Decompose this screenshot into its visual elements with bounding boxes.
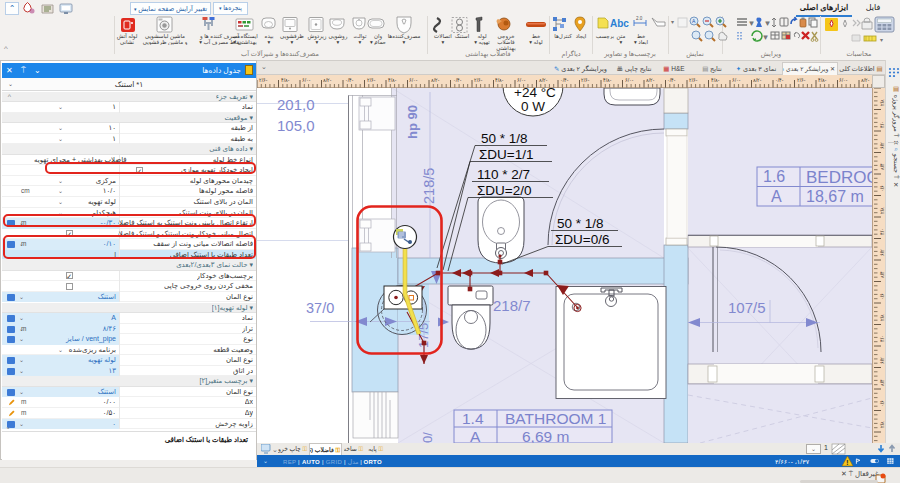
- svg-text:۴/۸-: ۴/۸-: [281, 77, 290, 83]
- svg-text:۰/۴-: ۰/۴-: [345, 77, 354, 83]
- svg-text:6,69 m: 6,69 m: [522, 428, 569, 443]
- svg-text:۲/۶-: ۲/۶-: [474, 77, 483, 83]
- svg-text:ΣDU=1/1: ΣDU=1/1: [479, 147, 534, 162]
- svg-text:۴/۸-: ۴/۸-: [495, 77, 504, 83]
- svg-text:۶/۰-: ۶/۰-: [625, 77, 634, 83]
- svg-text:105,0: 105,0: [277, 117, 315, 134]
- svg-text:۲/۶-: ۲/۶-: [259, 77, 268, 83]
- svg-text:0 W: 0 W: [521, 99, 545, 114]
- svg-text:1.6: 1.6: [763, 168, 785, 185]
- svg-text:110 * 2/7: 110 * 2/7: [477, 167, 530, 182]
- svg-text:▾: ▾: [880, 37, 883, 43]
- svg-text:۰/۴-: ۰/۴-: [775, 77, 784, 83]
- svg-text:1.4: 1.4: [462, 410, 484, 427]
- svg-text:۴/۸-: ۴/۸-: [711, 77, 720, 83]
- svg-text:BEDROO: BEDROO: [806, 168, 872, 187]
- svg-text:۸/۲-: ۸/۲-: [861, 77, 870, 83]
- svg-text:۲/۶-: ۲/۶-: [367, 77, 376, 83]
- svg-text:۶/۰-: ۶/۰-: [732, 77, 741, 83]
- svg-text:▾: ▾: [764, 34, 767, 40]
- svg-text:۸/۲-: ۸/۲-: [431, 77, 440, 83]
- svg-text:▾: ▾: [750, 20, 753, 26]
- svg-text:0/: 0/: [420, 432, 435, 443]
- svg-text:▾: ▾: [671, 19, 674, 25]
- svg-text:Abc: Abc: [610, 18, 629, 29]
- svg-text:۲/۶-: ۲/۶-: [581, 77, 590, 83]
- svg-text:۸/۲-: ۸/۲-: [753, 77, 762, 83]
- svg-text:۸/۲-: ۸/۲-: [539, 77, 548, 83]
- svg-text:A: A: [771, 188, 782, 205]
- svg-text:hp 90: hp 90: [405, 105, 420, 139]
- svg-text:▾: ▾: [766, 20, 769, 26]
- svg-text:ΣDU=2/0: ΣDU=2/0: [477, 183, 532, 198]
- svg-text:37/0: 37/0: [306, 300, 334, 316]
- svg-text:۰/۴-: ۰/۴-: [560, 77, 569, 83]
- svg-text:BATHROOM 1: BATHROOM 1: [505, 410, 606, 427]
- svg-text:۰/۴-: ۰/۴-: [453, 77, 462, 83]
- svg-text:۶/۰-: ۶/۰-: [409, 77, 418, 83]
- svg-text:50 * 1/8: 50 * 1/8: [481, 131, 528, 146]
- svg-text:۲/۶-: ۲/۶-: [797, 77, 806, 83]
- svg-text:50 * 1/8: 50 * 1/8: [557, 216, 604, 231]
- svg-text:218/5: 218/5: [421, 168, 437, 204]
- svg-text:۰/۴-: ۰/۴-: [667, 77, 676, 83]
- svg-text:!: !: [846, 458, 849, 467]
- svg-text:218/7: 218/7: [493, 297, 531, 314]
- svg-text:201,0: 201,0: [277, 96, 315, 113]
- svg-text:A: A: [470, 428, 481, 443]
- svg-text:۸/۲-: ۸/۲-: [323, 77, 332, 83]
- svg-text:۲/۶-: ۲/۶-: [689, 77, 698, 83]
- svg-text:18,67 m: 18,67 m: [806, 188, 864, 205]
- svg-text:۶/۰-: ۶/۰-: [517, 77, 526, 83]
- svg-text:۴/۸-: ۴/۸-: [388, 77, 397, 83]
- svg-text:۶/۰-: ۶/۰-: [302, 77, 311, 83]
- svg-text:۴/۸-: ۴/۸-: [603, 77, 612, 83]
- svg-text:ΣDU=0/6: ΣDU=0/6: [555, 232, 610, 247]
- svg-text:⌄: ⌄: [272, 446, 277, 453]
- svg-text:2.0: 2.0: [636, 16, 643, 21]
- svg-text:۸/۲-: ۸/۲-: [646, 77, 655, 83]
- svg-text:۴/۸-: ۴/۸-: [818, 77, 827, 83]
- svg-text:107/5: 107/5: [728, 299, 766, 316]
- svg-text:۶/۰-: ۶/۰-: [839, 77, 848, 83]
